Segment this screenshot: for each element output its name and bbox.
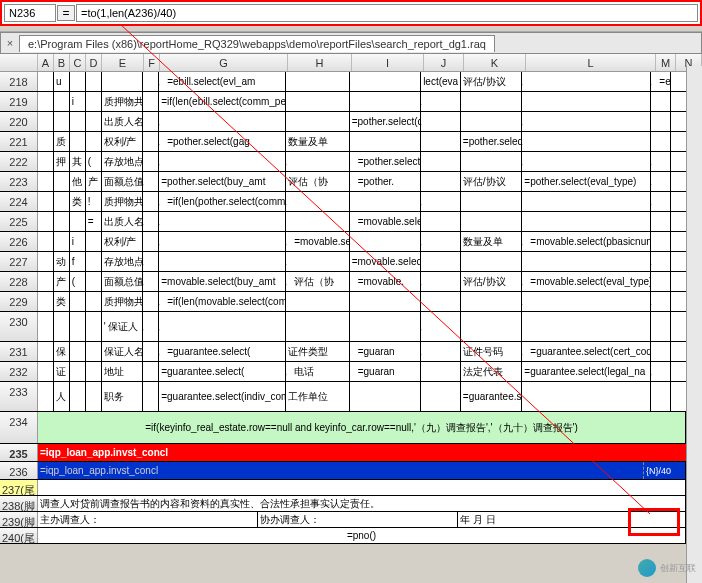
cell[interactable]: ↓=movable.select(cus_name) [350, 212, 421, 231]
cell[interactable] [70, 132, 86, 151]
cell[interactable] [421, 382, 461, 411]
col-header-I[interactable]: I [352, 54, 424, 71]
cell[interactable]: ↓ [159, 312, 286, 341]
cell[interactable] [86, 382, 102, 411]
col-header-L[interactable]: L [526, 54, 656, 71]
col-header-D[interactable]: D [86, 54, 102, 71]
row-header[interactable]: 227 [0, 252, 38, 271]
cell[interactable]: i [70, 92, 86, 111]
cell[interactable] [38, 172, 54, 191]
cell[interactable] [350, 382, 421, 411]
cell[interactable]: ↓ [143, 312, 159, 341]
cell[interactable]: ↓=ebill.select(eval_type) [651, 72, 671, 91]
cell[interactable]: 法定代表 [461, 362, 523, 381]
cell-formula[interactable]: =iqp_loan_app.invst_concl [38, 462, 644, 479]
cell[interactable]: ↓ [143, 252, 159, 271]
cell[interactable] [70, 72, 86, 91]
cell[interactable] [86, 252, 102, 271]
cell[interactable] [38, 312, 54, 341]
cell[interactable]: ↓ [159, 152, 286, 171]
cell[interactable] [350, 192, 421, 211]
col-header-M[interactable]: M [656, 54, 676, 71]
cell[interactable]: =guarantee.select(legal_na [522, 362, 651, 381]
cell[interactable] [651, 132, 671, 151]
document-tab[interactable]: e:\Program Files (x86)\reportHome_RQ329\… [19, 35, 495, 52]
cell[interactable] [86, 312, 102, 341]
cell[interactable]: 权利/产 [102, 232, 144, 251]
cell[interactable] [70, 212, 86, 231]
cell[interactable]: 质 [54, 132, 70, 151]
cell[interactable] [421, 212, 461, 231]
row-header[interactable]: 221 [0, 132, 38, 151]
cell[interactable]: =pother.select(pbasicnum)+' '+pother.sel… [461, 132, 523, 151]
cell[interactable]: ↓=movable.select(gage_name) [286, 232, 350, 251]
cell[interactable]: 存放地点 [102, 252, 144, 271]
row-header[interactable]: 231 [0, 342, 38, 361]
cell[interactable] [54, 212, 70, 231]
cell[interactable]: 他 [70, 172, 86, 191]
col-header-K[interactable]: K [464, 54, 526, 71]
col-header-J[interactable]: J [424, 54, 464, 71]
cell[interactable] [651, 92, 671, 111]
cell[interactable]: ↓ [651, 152, 671, 171]
cell[interactable]: 质押物共 [102, 92, 144, 111]
cell[interactable]: =movable.select(area_location) [350, 252, 421, 271]
cell[interactable] [651, 272, 671, 291]
row-header[interactable]: 220 [0, 112, 38, 131]
cell[interactable]: ↓ [350, 92, 421, 111]
cell[interactable] [86, 292, 102, 311]
cell[interactable]: ↓ [421, 312, 461, 341]
cell[interactable]: ↓ [421, 192, 461, 211]
row-header[interactable]: 239(脚 [0, 512, 38, 527]
cell[interactable] [286, 72, 350, 91]
cell[interactable] [461, 292, 523, 311]
cell[interactable]: 押 [54, 152, 70, 171]
cell[interactable]: ↓ [461, 192, 523, 211]
cell[interactable] [86, 362, 102, 381]
cell[interactable]: ↓ [651, 292, 671, 311]
cell[interactable]: ↓ [350, 72, 421, 91]
cell[interactable] [522, 212, 651, 231]
row-header[interactable]: 233 [0, 382, 38, 411]
cell[interactable] [38, 152, 54, 171]
cell[interactable]: ↓ [522, 292, 651, 311]
cell-formula[interactable]: =iqp_loan_app.invst_concl [38, 444, 686, 461]
row-header[interactable]: 223 [0, 172, 38, 191]
cell[interactable]: ↓=guaran [350, 342, 421, 361]
cell[interactable]: ↓ [522, 72, 651, 91]
cell[interactable] [38, 252, 54, 271]
cell[interactable]: ! [86, 192, 102, 211]
cell[interactable]: ↓ [651, 192, 671, 211]
cell[interactable] [54, 172, 70, 191]
row-header[interactable]: 240(尾 [0, 528, 38, 543]
cell[interactable]: ( [70, 272, 86, 291]
cell[interactable] [143, 192, 159, 211]
cell[interactable] [38, 272, 54, 291]
cell[interactable]: 面额总值 [102, 272, 144, 291]
cell[interactable] [38, 132, 54, 151]
cell[interactable]: ↓ [461, 92, 523, 111]
cell[interactable] [70, 292, 86, 311]
cell[interactable] [143, 362, 159, 381]
cell[interactable]: 评估（协 [286, 172, 350, 191]
row-header[interactable]: 228 [0, 272, 38, 291]
cell[interactable] [143, 72, 159, 91]
cell[interactable]: ↓=movable. [350, 272, 421, 291]
cell[interactable] [522, 312, 651, 341]
cell[interactable]: =pother.select(eval_type) [522, 172, 651, 191]
cell[interactable]: 质押物共 [102, 292, 144, 311]
row-header[interactable]: 237(尾 [0, 480, 38, 495]
cell[interactable]: 产 [86, 172, 102, 191]
cell[interactable] [38, 232, 54, 251]
cell[interactable]: 类 [70, 192, 86, 211]
cell[interactable] [54, 112, 70, 131]
cell[interactable]: ↓ [522, 152, 651, 171]
cell[interactable] [38, 72, 54, 91]
cell[interactable]: 出质人名 [102, 112, 144, 131]
cell[interactable] [159, 252, 286, 271]
cell[interactable]: ↓ [522, 112, 651, 131]
cell[interactable]: = [86, 212, 102, 231]
cell[interactable] [286, 312, 350, 341]
cell-formula[interactable]: =if(keyinfo_real_estate.row==null and ke… [38, 412, 686, 443]
cell[interactable]: 存放地点 [102, 152, 144, 171]
